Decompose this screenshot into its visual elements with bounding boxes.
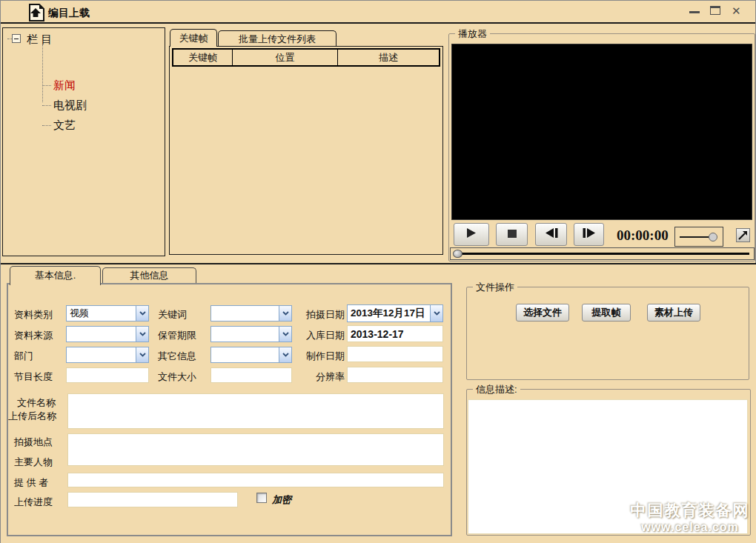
- provider-label: 提 供 者: [14, 476, 48, 490]
- tree-line: [42, 125, 51, 126]
- keyword-select[interactable]: [210, 305, 292, 322]
- shoot-date-value: 2013年12月17日: [348, 307, 430, 320]
- chevron-down-icon[interactable]: [136, 347, 148, 362]
- tab-other-info[interactable]: 其他信息: [102, 267, 196, 284]
- category-tree-panel: 栏 目 新闻 电视剧 文艺: [2, 27, 165, 256]
- filename-input[interactable]: [67, 393, 444, 429]
- chevron-down-icon[interactable]: [136, 327, 148, 342]
- other-info-select[interactable]: [210, 347, 292, 363]
- keyword-label: 关键词: [158, 308, 187, 322]
- file-operations-groupbox: 文件操作 选择文件 提取帧 素材上传: [466, 287, 749, 380]
- extract-frame-button[interactable]: 提取帧: [582, 304, 631, 322]
- chevron-down-icon[interactable]: [279, 327, 291, 342]
- provider-input[interactable]: [67, 473, 444, 487]
- tree-root-node[interactable]: 栏 目: [27, 33, 52, 47]
- file-operations-title: 文件操作: [473, 281, 517, 294]
- retention-select[interactable]: [210, 326, 292, 342]
- minimize-icon[interactable]: [687, 1, 702, 24]
- seek-knob[interactable]: [453, 250, 462, 258]
- tree-line: [42, 85, 51, 86]
- encrypt-label: 加密: [272, 493, 291, 507]
- resolution-input[interactable]: [347, 367, 443, 383]
- entry-date-input[interactable]: [347, 325, 443, 342]
- app-window: 编目上载 ✕ 栏 目 新闻 电视剧 文艺 关键帧 批量上传文件列表 关键帧 位置…: [0, 0, 756, 543]
- material-upload-button[interactable]: 素材上传: [647, 304, 700, 322]
- source-select[interactable]: [66, 326, 149, 342]
- category-select[interactable]: 视频: [66, 305, 149, 322]
- category-value: 视频: [67, 307, 136, 320]
- stop-icon: [507, 228, 517, 241]
- department-select[interactable]: [66, 347, 149, 363]
- filesize-label: 文件大小: [158, 370, 196, 384]
- fullscreen-icon[interactable]: [736, 228, 750, 242]
- video-display: [451, 44, 752, 220]
- uploadname-label: 上传后名称: [8, 410, 56, 423]
- tree-collapse-icon[interactable]: [12, 34, 21, 43]
- column-header-keyframe[interactable]: 关键帧: [173, 50, 233, 65]
- entry-date-label: 入库日期: [296, 329, 345, 342]
- category-label: 资料类别: [14, 308, 53, 322]
- tab-batch-upload-list[interactable]: 批量上传文件列表: [218, 30, 336, 47]
- description-title: 信息描述:: [473, 383, 520, 396]
- volume-slider[interactable]: [674, 227, 723, 247]
- characters-label: 主要人物: [14, 456, 53, 469]
- tab-basic-info[interactable]: 基本信息.: [10, 266, 101, 285]
- location-input[interactable]: [67, 433, 444, 466]
- tree-line: [42, 105, 51, 106]
- stop-button[interactable]: [496, 223, 528, 246]
- location-label: 拍摄地点: [14, 436, 53, 449]
- production-date-label: 制作日期: [296, 350, 345, 363]
- play-button[interactable]: [454, 223, 489, 246]
- upload-document-icon: [27, 3, 46, 25]
- tree-item-label: 新闻: [53, 79, 76, 93]
- program-length-label: 节目长度: [14, 370, 53, 384]
- program-length-input[interactable]: [66, 367, 149, 383]
- title-bar: 编目上载 ✕: [1, 1, 755, 24]
- chevron-down-icon[interactable]: [136, 306, 148, 321]
- chevron-down-icon[interactable]: [279, 347, 291, 362]
- encrypt-checkbox[interactable]: [256, 493, 267, 503]
- close-icon[interactable]: ✕: [730, 1, 745, 24]
- tree-line: [42, 44, 43, 102]
- keyframe-panel: 关键帧 位置 描述: [169, 46, 443, 255]
- tab-keyframe[interactable]: 关键帧: [170, 29, 217, 47]
- tree-item-label: 电视剧: [53, 99, 87, 113]
- column-header-description[interactable]: 描述: [338, 50, 439, 65]
- other-info-label: 其它信息: [158, 350, 196, 363]
- chevron-down-icon[interactable]: [279, 306, 291, 321]
- window-title: 编目上载: [48, 7, 90, 20]
- description-textarea[interactable]: [468, 399, 748, 534]
- department-label: 部门: [14, 350, 33, 363]
- playback-time: 00:00:00: [617, 227, 669, 244]
- step-forward-icon: [582, 227, 597, 241]
- keyframe-table-header: 关键帧 位置 描述: [172, 48, 440, 67]
- retention-label: 保管期限: [158, 329, 196, 342]
- filesize-input[interactable]: [210, 367, 292, 383]
- source-label: 资料来源: [14, 329, 53, 342]
- chevron-down-icon[interactable]: [430, 305, 442, 322]
- play-icon: [465, 227, 478, 241]
- shoot-date-label: 拍摄日期: [296, 308, 345, 322]
- upload-progress-label: 上传进度: [14, 496, 53, 509]
- seek-track: [458, 253, 749, 255]
- step-back-button[interactable]: [535, 223, 567, 246]
- tree-item-label: 文艺: [53, 119, 76, 133]
- production-date-input[interactable]: [347, 346, 443, 362]
- player-title: 播放器: [455, 27, 490, 41]
- upload-progress-input[interactable]: [67, 492, 238, 507]
- select-file-button[interactable]: 选择文件: [516, 304, 569, 322]
- filename-label: 文件名称: [17, 396, 56, 410]
- column-header-position[interactable]: 位置: [233, 50, 338, 65]
- seek-bar[interactable]: [450, 247, 755, 260]
- maximize-icon[interactable]: [708, 1, 723, 24]
- step-forward-button[interactable]: [574, 223, 604, 246]
- shoot-date-picker[interactable]: 2013年12月17日: [347, 304, 443, 322]
- resolution-label: 分辨率: [296, 370, 345, 384]
- step-back-icon: [544, 227, 559, 241]
